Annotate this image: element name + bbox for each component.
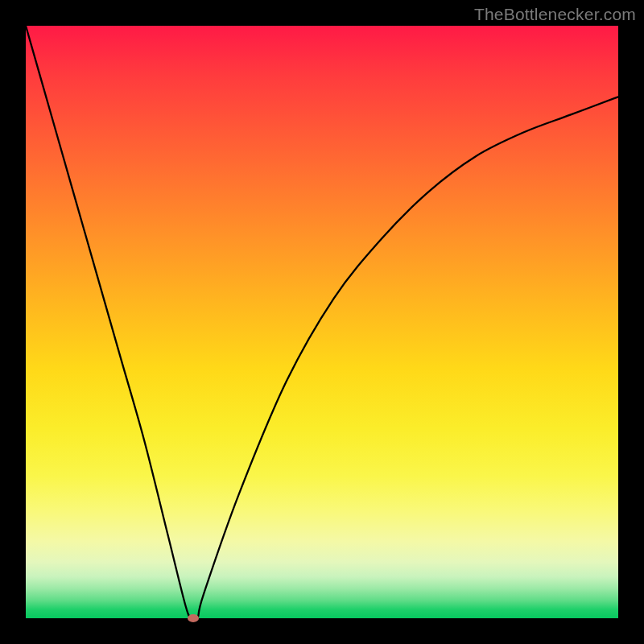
watermark-text: TheBottlenecker.com: [474, 5, 636, 24]
optimal-point-marker: [188, 614, 199, 622]
chart-frame: TheBottlenecker.com: [0, 0, 644, 644]
curve-path: [26, 26, 618, 621]
plot-area: [26, 26, 618, 618]
bottleneck-curve: [26, 26, 618, 618]
